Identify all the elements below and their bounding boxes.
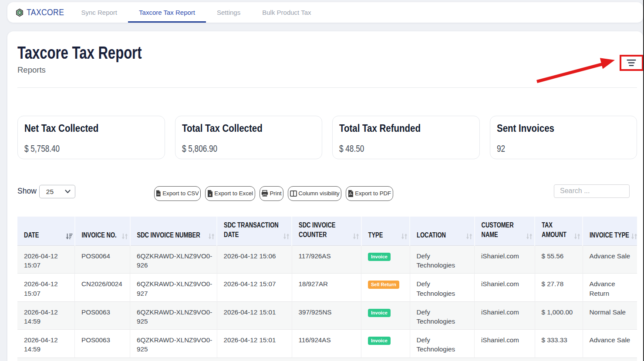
column-header-invoice-no[interactable]: INVOICE NO. (75, 217, 130, 246)
column-label: SDC INVOICE COUNTER (299, 221, 351, 240)
cell-tax-amount: $ 55.56 (535, 246, 583, 274)
cell-location: Defy Technologies (410, 301, 475, 329)
file-pdf-icon (348, 190, 354, 197)
column-label: TYPE (368, 231, 383, 240)
column-label: TAX AMOUNT (542, 221, 572, 240)
stat-value: $ 5,806.90 (182, 144, 286, 153)
table-header-row: DATE INVOICE NO. (17, 217, 637, 246)
sort-desc-active-icon (66, 233, 73, 240)
cell-invoice-no: POS0063 (75, 301, 130, 329)
column-header-date[interactable]: DATE (17, 217, 75, 246)
column-header-invoice-type[interactable]: INVOICE TYPE (583, 217, 637, 246)
partial-row-cell (17, 358, 637, 361)
export-pdf-button[interactable]: Export to PDF (346, 186, 393, 201)
cell-sdc-invoice-number: 6QZKRAWD-XLNZ9VO0-927 (130, 274, 217, 301)
cell-invoice-no: POS0063 (75, 330, 130, 358)
sort-both-icon (283, 233, 290, 240)
table-row[interactable]: 2026-04-12 15:07 CN2026/0024 6QZKRAWD-XL… (17, 274, 637, 301)
table-controls: Show 25 CSV Export to CSV (17, 184, 637, 201)
tab-sync-report[interactable]: Sync Report (71, 2, 128, 23)
cell-customer-name: iShaniel.com (475, 246, 535, 274)
column-visibility-button[interactable]: Column visibility (288, 186, 341, 201)
cell-sdc-invoice-number: 6QZKRAWD-XLNZ9VO0-925 (130, 301, 217, 329)
brand[interactable]: TAXCORE (15, 2, 69, 23)
tab-settings[interactable]: Settings (206, 2, 251, 23)
stat-card-total-tax-refunded: Total Tax Refunded $ 48.50 (332, 116, 480, 159)
column-label: INVOICE TYPE (590, 231, 629, 240)
type-badge: Sell Return (368, 281, 399, 289)
top-navbar: TAXCORE Sync Report Taxcore Tax Report S… (7, 2, 643, 23)
nav-tabs: Sync Report Taxcore Tax Report Settings … (71, 2, 322, 23)
stat-value: $ 5,758.40 (24, 144, 128, 153)
report-card: Taxcore Tax Report Reports Net Tax Colle… (7, 31, 643, 361)
sort-both-icon (574, 233, 580, 240)
file-excel-icon: x (207, 190, 213, 197)
stat-title: Net Tax Collected (24, 123, 143, 134)
column-header-sdc-transaction-date[interactable]: SDC TRANSACTION DATE (217, 217, 292, 246)
button-label: Export to CSV (162, 190, 199, 197)
cell-date: 2026-04-12 15:07 (17, 246, 75, 274)
page-title: Taxcore Tax Report (17, 44, 499, 61)
cell-date: 2026-04-12 15:07 (17, 274, 75, 301)
show-label: Show (17, 187, 37, 196)
column-label: SDC TRANSACTION DATE (224, 221, 281, 240)
cell-type: Invoice (361, 301, 410, 329)
table-row[interactable]: 2026-04-12 14:59 POS0063 6QZKRAWD-XLNZ9V… (17, 330, 637, 358)
type-badge: Invoice (368, 337, 391, 345)
cell-type: Sell Return (361, 274, 410, 301)
column-label: LOCATION (417, 231, 446, 240)
table-row[interactable]: 2026-04-12 15:07 POS0064 6QZKRAWD-XLNZ9V… (17, 246, 637, 274)
cell-tax-amount: $ 333.33 (535, 330, 583, 358)
cell-customer-name: iShaniel.com (475, 274, 535, 301)
column-label: INVOICE NO. (82, 231, 117, 240)
column-header-type[interactable]: TYPE (361, 217, 410, 246)
tab-bulk-product-tax[interactable]: Bulk Product Tax (251, 2, 322, 23)
search-input[interactable] (554, 184, 630, 198)
sort-both-icon (526, 233, 533, 240)
export-csv-button[interactable]: CSV Export to CSV (154, 186, 201, 201)
cell-sdc-transaction-date: 2026-04-12 15:06 (217, 246, 292, 274)
column-header-tax-amount[interactable]: TAX AMOUNT (535, 217, 583, 246)
column-header-customer-name[interactable]: CUSTOMER NAME (475, 217, 535, 246)
column-label: CUSTOMER NAME (482, 221, 525, 240)
filter-button[interactable] (621, 57, 641, 69)
cell-invoice-type: Advance Sale (583, 246, 637, 274)
cell-invoice-no: POS0064 (75, 246, 130, 274)
table-row[interactable]: 2026-04-12 14:59 POS0063 6QZKRAWD-XLNZ9V… (17, 301, 637, 329)
stat-value: $ 48.50 (339, 144, 443, 153)
cell-date: 2026-04-12 14:59 (17, 301, 75, 329)
cell-sdc-invoice-number: 6QZKRAWD-XLNZ9VO0-926 (130, 246, 217, 274)
button-label: Export to Excel (214, 190, 253, 197)
table-row-partial[interactable] (17, 358, 637, 361)
stat-card-sent-invoices: Sent Invoices 92 (490, 116, 637, 159)
cell-sdc-invoice-counter: 397/925NS (292, 301, 361, 329)
column-label: DATE (24, 231, 39, 240)
cell-location: Defy Technologies (410, 330, 475, 358)
button-label: Column visibility (298, 190, 340, 197)
print-icon (261, 190, 268, 197)
column-header-sdc-invoice-counter[interactable]: SDC INVOICE COUNTER (292, 217, 361, 246)
cell-customer-name: iShaniel.com (475, 330, 535, 358)
column-header-location[interactable]: LOCATION (410, 217, 475, 246)
cell-type: Invoice (361, 330, 410, 358)
tab-taxcore-tax-report[interactable]: Taxcore Tax Report (128, 2, 206, 23)
export-excel-button[interactable]: x Export to Excel (205, 186, 255, 201)
cell-sdc-invoice-counter: 18/927AR (292, 274, 361, 301)
column-header-sdc-invoice-number[interactable]: SDC INVOICE NUMBER (130, 217, 217, 246)
cell-tax-amount: $ 27.78 (535, 274, 583, 301)
sort-both-icon (353, 233, 359, 240)
svg-text:CSV: CSV (157, 194, 160, 195)
cell-invoice-type: Normal Sale (583, 301, 637, 329)
title-divider (17, 87, 637, 88)
brand-name: TAXCORE (27, 7, 64, 17)
cell-location: Defy Technologies (410, 274, 475, 301)
stat-value: 92 (497, 144, 601, 153)
print-button[interactable]: Print (260, 186, 284, 201)
stat-title: Total Tax Refunded (339, 123, 458, 134)
cell-location: Defy Technologies (410, 246, 475, 274)
sort-both-icon (121, 233, 128, 240)
sort-both-icon (631, 233, 637, 240)
sort-both-icon (401, 233, 408, 240)
page-size-select[interactable]: 25 (39, 185, 75, 198)
button-label: Export to PDF (355, 190, 391, 197)
